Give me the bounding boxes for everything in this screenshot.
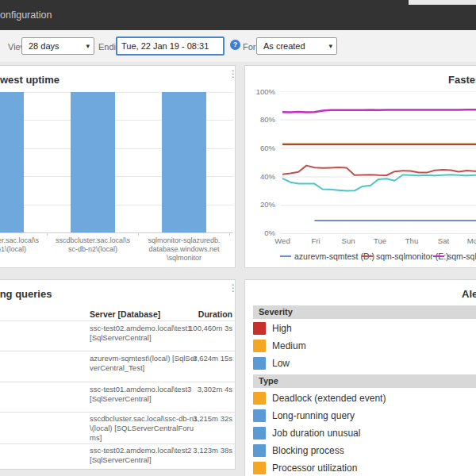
column-header-duration: Duration — [169, 309, 232, 319]
legend-line-swatch — [433, 255, 444, 258]
for-select-value: As created — [263, 41, 305, 51]
type-header: Type — [253, 374, 476, 388]
panel-fastest-filling-disks: Fastest filling disks 100% 80% 60% 40% 2… — [244, 65, 476, 268]
x-tick-label: Wed — [271, 236, 294, 245]
ending-input[interactable] — [116, 36, 225, 56]
uptime-bar-chart: sscdbcluster.sac.local\ssc-db-n1\(local)… — [0, 66, 236, 269]
severity-high-swatch — [253, 322, 266, 335]
chart-tick — [138, 232, 139, 236]
uptime-bar — [71, 92, 115, 232]
cell-duration: 100,460m 3s — [169, 324, 232, 332]
x-tick-label: Sun — [336, 236, 360, 245]
type-label: Blocking process — [272, 444, 344, 457]
type-swatch — [253, 392, 266, 405]
y-tick-label: 60% — [250, 144, 275, 152]
uptime-bar — [162, 92, 206, 232]
page-title: Configuration — [0, 10, 52, 21]
table-separator — [0, 443, 235, 444]
severity-label: Low — [272, 357, 290, 370]
panel-longest-running-queries: Longest running queries ⋮ Server [Databa… — [0, 279, 236, 470]
type-label: Deadlock (extended event) — [272, 392, 386, 405]
panel-alerts: Alerts Severity High Medium Low Type Dea… — [244, 279, 476, 476]
severity-label: Medium — [272, 340, 306, 352]
table-separator — [0, 382, 235, 382]
legend-label: sqm-sqlmonitor — [447, 251, 476, 261]
uptime-bar — [0, 92, 24, 232]
panel-disks-title: Fastest filling disks — [448, 74, 476, 86]
header-corner-notch — [409, 0, 476, 5]
cell-duration: 3,215m 32s — [169, 414, 232, 423]
chart-tick — [47, 232, 48, 236]
type-swatch — [253, 444, 266, 457]
x-tick-label: Fri — [304, 236, 328, 245]
type-label: Long-running query — [272, 409, 355, 422]
report-toolbar: View: 28 days ▾ Ending: ? For: As create… — [0, 30, 476, 62]
help-icon[interactable]: ? — [230, 40, 240, 50]
table-separator — [0, 351, 235, 351]
type-label: Job duration unusual — [272, 427, 360, 440]
panel-queries-title: Longest running queries — [0, 288, 52, 300]
uptime-bar-category: sqlmonitor-sqlazuredb.database.windows.n… — [146, 236, 222, 263]
type-swatch — [253, 462, 266, 474]
severity-low-swatch — [253, 357, 266, 370]
disk-usage-line-chart — [280, 91, 476, 234]
x-tick-label: Thu — [400, 236, 424, 245]
type-swatch — [253, 409, 266, 422]
severity-medium-swatch — [253, 340, 266, 352]
column-header-server: Server [Database] — [90, 309, 160, 319]
chart-gridline — [0, 232, 233, 233]
view-select[interactable]: 28 days ▾ — [21, 37, 94, 55]
y-tick-label: 100% — [250, 87, 275, 96]
severity-label: High — [272, 322, 292, 335]
cell-duration: 3,302m 4s — [169, 385, 232, 393]
app-header: Configuration — [0, 0, 476, 31]
legend-line-swatch — [362, 255, 373, 258]
type-swatch — [253, 427, 266, 440]
y-tick-label: 40% — [250, 172, 275, 181]
panel-lowest-uptime: Lowest uptime ⋮ sscdbcluster.sac.local\s… — [0, 65, 236, 268]
view-select-value: 28 days — [29, 41, 60, 51]
legend-item: sqm-sqlmonitor — [433, 251, 476, 261]
chart-series-line — [282, 166, 476, 175]
kebab-menu-icon[interactable]: ⋮ — [228, 283, 238, 294]
y-tick-label: 20% — [250, 200, 275, 209]
x-tick-label: Mon — [463, 236, 476, 245]
chevron-down-icon: ▾ — [86, 38, 90, 54]
y-tick-label: 80% — [250, 115, 275, 124]
type-label: Processor utilization — [272, 462, 357, 474]
table-separator — [0, 321, 235, 321]
cell-duration: 3,123m 38s — [169, 446, 232, 455]
uptime-bar-category: sscdbcluster.sac.local\ssc-db-n1\(local) — [0, 236, 40, 254]
table-separator — [0, 412, 235, 413]
uptime-bar-category: sscdbcluster.sac.local\ssc-db-n2\(local) — [55, 236, 131, 254]
x-tick-label: Tue — [368, 236, 392, 245]
legend-line-swatch — [280, 255, 291, 258]
dashboard-screen: Configuration View: 28 days ▾ Ending: ? … — [0, 0, 476, 476]
panel-alerts-title: Alerts — [462, 288, 476, 300]
chart-series-line — [282, 109, 476, 113]
chevron-down-icon: ▾ — [328, 38, 332, 54]
x-tick-label: Sat — [432, 236, 455, 245]
chart-tick — [229, 232, 230, 236]
cell-duration: 3,624m 15s — [169, 354, 232, 363]
legend-item: azurevm-sqmtest (D:) — [280, 251, 374, 261]
severity-header: Severity — [253, 305, 476, 319]
for-select[interactable]: As created ▾ — [256, 37, 337, 55]
